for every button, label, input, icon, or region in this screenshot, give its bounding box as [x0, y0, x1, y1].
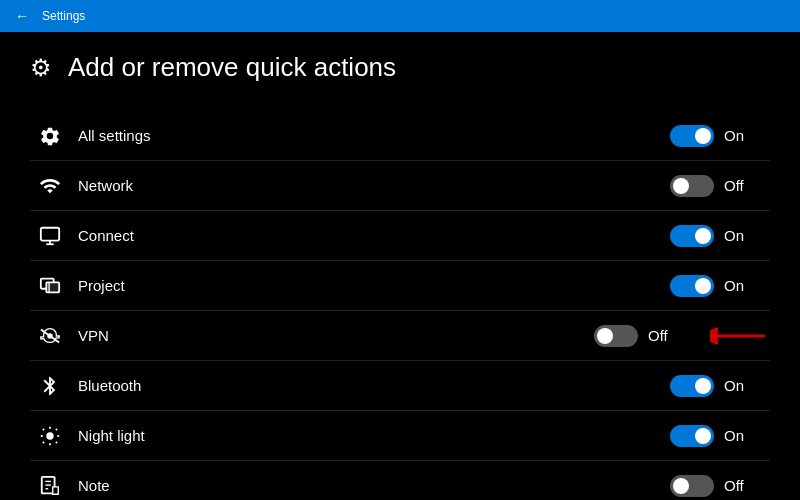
note-label: Note — [70, 477, 670, 494]
settings-item-project: ProjectOn — [30, 261, 770, 311]
svg-rect-0 — [41, 227, 59, 240]
connect-toggle-label: On — [724, 227, 754, 244]
night-light-toggle-area: On — [670, 425, 770, 447]
bluetooth-label: Bluetooth — [70, 377, 670, 394]
svg-line-14 — [56, 441, 57, 442]
vpn-toggle-knob — [597, 328, 613, 344]
all-settings-toggle-knob — [695, 128, 711, 144]
project-label: Project — [70, 277, 670, 294]
bluetooth-toggle-knob — [695, 378, 711, 394]
bluetooth-toggle-label: On — [724, 377, 754, 394]
all-settings-label: All settings — [70, 127, 670, 144]
all-settings-toggle[interactable] — [670, 125, 714, 147]
all-settings-toggle-label: On — [724, 127, 754, 144]
network-icon — [30, 175, 70, 197]
svg-line-17 — [43, 441, 44, 442]
svg-rect-4 — [46, 282, 59, 292]
note-toggle[interactable] — [670, 475, 714, 497]
project-toggle-knob — [695, 278, 711, 294]
vpn-icon — [30, 325, 70, 347]
connect-toggle-knob — [695, 228, 711, 244]
vpn-toggle-label: Off — [648, 327, 678, 344]
night-light-toggle[interactable] — [670, 425, 714, 447]
vpn-arrow-indicator — [710, 321, 770, 351]
note-toggle-label: Off — [724, 477, 754, 494]
project-toggle[interactable] — [670, 275, 714, 297]
connect-toggle[interactable] — [670, 225, 714, 247]
night-light-icon — [30, 425, 70, 447]
note-toggle-knob — [673, 478, 689, 494]
night-light-toggle-knob — [695, 428, 711, 444]
bluetooth-toggle[interactable] — [670, 375, 714, 397]
network-toggle-area: Off — [670, 175, 770, 197]
settings-item-network: NetworkOff — [30, 161, 770, 211]
svg-line-18 — [56, 428, 57, 429]
settings-item-note: NoteOff — [30, 461, 770, 500]
project-toggle-label: On — [724, 277, 754, 294]
network-toggle[interactable] — [670, 175, 714, 197]
network-toggle-knob — [673, 178, 689, 194]
all-settings-icon — [30, 125, 70, 147]
title-bar: ← Settings — [0, 0, 800, 32]
svg-point-10 — [46, 432, 53, 439]
vpn-label: VPN — [70, 327, 594, 344]
page-header: ⚙ Add or remove quick actions — [30, 52, 770, 83]
settings-item-bluetooth: BluetoothOn — [30, 361, 770, 411]
settings-item-night-light: Night lightOn — [30, 411, 770, 461]
project-icon — [30, 275, 70, 297]
page-title: Add or remove quick actions — [68, 52, 396, 83]
settings-item-all-settings: All settingsOn — [30, 111, 770, 161]
all-settings-toggle-area: On — [670, 125, 770, 147]
night-light-toggle-label: On — [724, 427, 754, 444]
network-toggle-label: Off — [724, 177, 754, 194]
bluetooth-icon — [30, 375, 70, 397]
network-label: Network — [70, 177, 670, 194]
vpn-toggle[interactable] — [594, 325, 638, 347]
svg-marker-23 — [53, 486, 59, 493]
main-content: ⚙ Add or remove quick actions All settin… — [0, 32, 800, 500]
page-header-icon: ⚙ — [30, 54, 52, 82]
back-button[interactable]: ← — [12, 6, 32, 26]
note-icon — [30, 475, 70, 497]
connect-toggle-area: On — [670, 225, 770, 247]
vpn-toggle-area: Off — [594, 325, 694, 347]
connect-icon — [30, 225, 70, 247]
settings-list: All settingsOnNetworkOffConnectOnProject… — [30, 111, 770, 500]
title-bar-title: Settings — [42, 9, 85, 23]
settings-item-vpn: VPNOff — [30, 311, 770, 361]
note-toggle-area: Off — [670, 475, 770, 497]
connect-label: Connect — [70, 227, 670, 244]
svg-line-13 — [43, 428, 44, 429]
bluetooth-toggle-area: On — [670, 375, 770, 397]
settings-item-connect: ConnectOn — [30, 211, 770, 261]
project-toggle-area: On — [670, 275, 770, 297]
night-light-label: Night light — [70, 427, 670, 444]
